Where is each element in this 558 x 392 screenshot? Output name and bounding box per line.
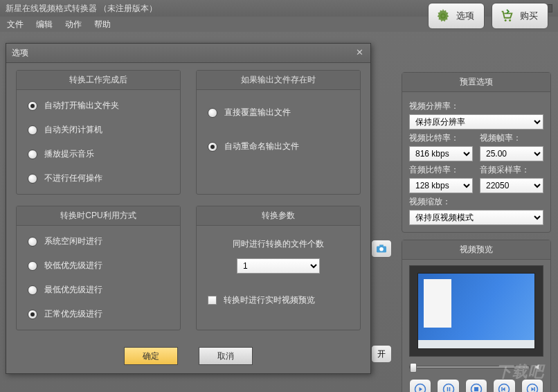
radio-cpu-1[interactable]: 较低优先级进行 [28, 260, 169, 271]
group-after-done: 转换工作完成后 自动打开输出文件夹自动关闭计算机播放提示音乐不进行任何操作 [16, 70, 181, 195]
radio-icon [28, 150, 37, 159]
prev-button[interactable] [493, 379, 515, 392]
next-button[interactable] [521, 379, 543, 392]
play-button[interactable] [409, 379, 431, 392]
video-framerate-select[interactable]: 25.00 [480, 146, 543, 161]
window-title: 新星在线视频格式转换器 （未注册版本） [6, 3, 157, 15]
options-button[interactable]: 选项 [428, 3, 485, 29]
seek-slider[interactable] [409, 366, 530, 368]
radio-icon [28, 285, 37, 295]
pause-icon [442, 383, 455, 392]
svg-rect-8 [474, 387, 478, 391]
group-if-exists-title: 如果输出文件存在时 [197, 71, 360, 90]
audio-samplerate-select[interactable]: 22050 [480, 178, 543, 193]
radio-icon [28, 174, 37, 184]
radio-label: 自动打开输出文件夹 [44, 100, 119, 112]
resolution-select[interactable]: 保持原分辨率 [409, 114, 543, 130]
radio-icon [28, 237, 37, 247]
group-cpu: 转换时CPU利用方式 系统空闲时进行较低优先级进行最低优先级进行正常优先级进行 [16, 206, 181, 330]
radio-ifExists-0[interactable]: 直接覆盖输出文件 [208, 107, 349, 118]
svg-rect-12 [534, 387, 535, 391]
group-cpu-title: 转换时CPU利用方式 [17, 206, 180, 226]
stop-button[interactable] [465, 379, 487, 392]
radio-cpu-2[interactable]: 最低优先级进行 [28, 284, 169, 296]
radio-icon [28, 125, 37, 135]
video-bitrate-label: 视频比特率： [409, 132, 473, 144]
radio-cpu-0[interactable]: 系统空闲时进行 [28, 235, 169, 247]
radio-afterDone-3[interactable]: 不进行任何操作 [28, 172, 169, 184]
svg-point-4 [443, 384, 453, 393]
preview-panel: 视频预览 [402, 240, 551, 392]
options-label: 选项 [456, 10, 474, 22]
radio-afterDone-1[interactable]: 自动关闭计算机 [28, 124, 169, 136]
play-icon [414, 383, 426, 392]
radio-icon [28, 261, 37, 271]
radio-label: 正常优先级进行 [44, 308, 102, 320]
menu-action[interactable]: 动作 [65, 19, 82, 30]
preset-panel: 预置选项 视频分辨率： 保持原分辨率 视频比特率： 816 kbps 视频帧率：… [402, 72, 551, 233]
radio-label: 系统空闲时进行 [44, 235, 102, 247]
preset-title: 预置选项 [402, 73, 550, 92]
video-scale-label: 视频缩放： [409, 196, 543, 208]
radio-icon [208, 142, 217, 152]
svg-point-2 [509, 19, 511, 21]
group-after-done-title: 转换工作完成后 [17, 71, 180, 90]
video-scale-select[interactable]: 保持原视频模式 [409, 210, 543, 225]
prev-icon [498, 383, 510, 392]
realtime-preview-check[interactable]: 转换时进行实时视频预览 [208, 294, 349, 306]
video-bitrate-select[interactable]: 816 kbps [409, 146, 473, 161]
radio-label: 直接覆盖输出文件 [224, 107, 291, 118]
radio-afterDone-2[interactable]: 播放提示音乐 [28, 148, 169, 160]
radio-icon [208, 108, 217, 118]
radio-afterDone-0[interactable]: 自动打开输出文件夹 [28, 100, 169, 112]
radio-label: 不进行任何操作 [44, 172, 102, 184]
volume-icon[interactable] [534, 362, 543, 372]
radio-label: 自动重命名输出文件 [224, 141, 299, 152]
menu-help[interactable]: 帮助 [94, 19, 111, 30]
checkbox-icon [208, 296, 217, 305]
audio-samplerate-label: 音频采样率： [480, 164, 543, 176]
menu-edit[interactable]: 编辑 [36, 19, 53, 30]
menu-file[interactable]: 文件 [7, 19, 24, 30]
svg-rect-15 [379, 244, 384, 247]
radio-label: 播放提示音乐 [44, 148, 94, 160]
radio-icon [28, 310, 37, 319]
preview-area [409, 265, 543, 357]
buy-button[interactable]: 购买 [492, 3, 548, 29]
open-button[interactable]: 开 [371, 345, 392, 363]
close-icon[interactable]: ✕ [354, 48, 365, 59]
concurrent-select[interactable]: 1 [237, 258, 320, 274]
cancel-button[interactable]: 取消 [199, 347, 253, 365]
group-params-title: 转换参数 [197, 206, 360, 226]
video-framerate-label: 视频帧率： [480, 132, 543, 144]
audio-bitrate-select[interactable]: 128 kbps [409, 178, 473, 193]
stop-icon [470, 383, 483, 392]
concurrent-label: 同时进行转换的文件个数 [208, 238, 349, 250]
radio-ifExists-1[interactable]: 自动重命名输出文件 [208, 141, 349, 152]
svg-point-1 [505, 19, 507, 21]
next-icon [526, 383, 539, 392]
svg-point-14 [379, 247, 384, 251]
cart-icon [499, 8, 514, 24]
group-if-exists: 如果输出文件存在时 直接覆盖输出文件自动重命名输出文件 [196, 70, 361, 195]
snapshot-button[interactable] [371, 240, 392, 258]
svg-rect-6 [449, 387, 450, 391]
preview-title: 视频预览 [402, 240, 550, 260]
radio-label: 自动关闭计算机 [44, 124, 102, 136]
realtime-preview-label: 转换时进行实时视频预览 [224, 294, 315, 306]
group-params: 转换参数 同时进行转换的文件个数 1 转换时进行实时视频预览 [196, 206, 361, 330]
svg-rect-5 [447, 387, 448, 391]
pause-button[interactable] [437, 379, 459, 392]
audio-bitrate-label: 音频比特率： [409, 164, 473, 176]
ok-button[interactable]: 确定 [124, 347, 178, 365]
options-dialog: 选项 ✕ 转换工作完成后 自动打开输出文件夹自动关闭计算机播放提示音乐不进行任何… [6, 43, 371, 374]
camera-icon [375, 244, 388, 253]
cancel-label: 取消 [217, 350, 234, 362]
resolution-label: 视频分辨率： [409, 100, 543, 112]
open-label: 开 [377, 348, 386, 360]
gear-icon [435, 8, 451, 24]
buy-label: 购买 [520, 10, 538, 22]
radio-icon [28, 101, 37, 111]
radio-label: 最低优先级进行 [44, 284, 102, 296]
radio-cpu-3[interactable]: 正常优先级进行 [28, 308, 169, 320]
